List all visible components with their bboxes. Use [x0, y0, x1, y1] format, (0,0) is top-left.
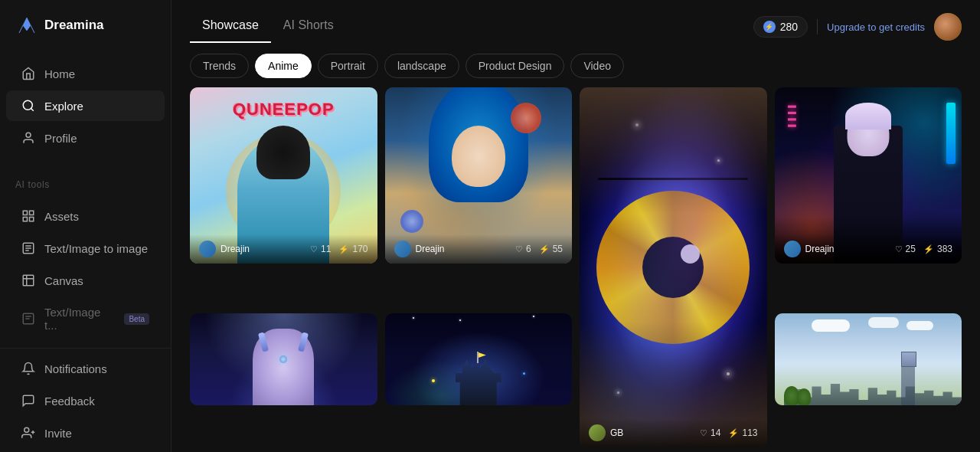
- item-username-cyberpunk: Dreajin: [805, 244, 835, 254]
- sidebar-item-assets-label: Assets: [44, 210, 79, 223]
- sidebar-item-invite-label: Invite: [44, 427, 72, 440]
- avatar-inner: [934, 13, 962, 41]
- credits-amount: 280: [780, 21, 798, 33]
- item-stats-quneepop: ♡ 11 ⚡ 170: [310, 244, 368, 254]
- logo[interactable]: Dreamina: [0, 0, 171, 51]
- tab-ai-shorts[interactable]: AI Shorts: [271, 11, 346, 43]
- item-user-eye: GB: [589, 424, 623, 441]
- credits-badge: ⚡ 280: [753, 16, 808, 38]
- credits-icon: ⚡: [763, 21, 776, 33]
- beta-badge: Beta: [124, 313, 149, 325]
- lightning-icon-cyberpunk: ⚡: [923, 244, 934, 254]
- sidebar-item-text-image-label: Text/Image to image: [44, 242, 148, 255]
- header-right: ⚡ 280 Upgrade to get credits: [753, 13, 962, 41]
- text-image-icon: [21, 241, 35, 255]
- item-username-bluehair: Dreajin: [416, 244, 445, 254]
- filter-video[interactable]: Video: [570, 54, 624, 78]
- notifications-icon: [21, 362, 35, 375]
- item-stats-eye: ♡ 14 ⚡ 113: [700, 427, 757, 438]
- stat-downloads-quneepop: ⚡ 170: [338, 244, 368, 254]
- item-avatar-bluehair: [394, 241, 411, 257]
- canvas-icon: [21, 273, 35, 287]
- text-image-beta-icon: [21, 312, 35, 326]
- downloads-count-quneepop: 170: [352, 244, 368, 254]
- filter-product-design[interactable]: Product Design: [466, 54, 565, 78]
- heart-icon-cyberpunk: ♡: [895, 244, 903, 254]
- svg-rect-4: [23, 211, 27, 215]
- nav-section: Home Explore Profile: [0, 51, 171, 161]
- sidebar-item-notifications[interactable]: Notifications: [6, 353, 165, 384]
- stat-likes-bluehair: ♡ 6: [515, 244, 531, 254]
- sidebar-item-feedback[interactable]: Feedback: [6, 385, 165, 416]
- filter-anime[interactable]: Anime: [255, 54, 312, 78]
- filter-trends[interactable]: Trends: [190, 54, 249, 78]
- grid-item-bluehair[interactable]: Dreajin ♡ 6 ⚡ 55: [385, 87, 573, 264]
- lightning-icon-eye: ⚡: [728, 428, 739, 438]
- sidebar-item-canvas-label: Canvas: [44, 274, 83, 287]
- item-stats-bluehair: ♡ 6 ⚡ 55: [515, 244, 563, 254]
- ai-tools-label: AI tools: [0, 173, 171, 193]
- sidebar-bottom: Notifications Feedback Invite: [0, 348, 171, 452]
- item-footer-bluehair: Dreajin ♡ 6 ⚡ 55: [385, 234, 573, 264]
- image-grid: QUNEEPOP Dreajin ♡ 11: [190, 87, 962, 447]
- grid-item-quneepop[interactable]: QUNEEPOP Dreajin ♡ 11: [190, 87, 377, 264]
- item-user-cyberpunk: Dreajin: [784, 241, 835, 257]
- item-user-bluehair: Dreajin: [394, 241, 445, 257]
- grid-item-eye[interactable]: GB ♡ 14 ⚡ 113: [580, 87, 767, 447]
- stat-likes-quneepop: ♡ 11: [310, 244, 331, 254]
- sidebar-item-profile[interactable]: Profile: [6, 123, 165, 153]
- filter-portrait[interactable]: Portrait: [318, 54, 378, 78]
- logo-text: Dreamina: [44, 18, 103, 33]
- item-avatar-eye: [589, 424, 606, 441]
- grid-item-castle[interactable]: [385, 313, 573, 405]
- invite-icon: [21, 426, 35, 440]
- grid-container: QUNEEPOP Dreajin ♡ 11: [172, 87, 980, 452]
- stat-downloads-bluehair: ⚡ 55: [539, 244, 563, 254]
- sidebar-item-text-image-beta[interactable]: Text/Image t... Beta: [6, 297, 165, 340]
- likes-count-bluehair: 6: [526, 244, 531, 254]
- upgrade-link[interactable]: Upgrade to get credits: [827, 21, 925, 33]
- grid-item-london[interactable]: [775, 313, 962, 405]
- item-footer-eye: GB ♡ 14 ⚡ 113: [580, 418, 767, 447]
- downloads-count-bluehair: 55: [553, 244, 563, 254]
- svg-rect-6: [23, 218, 27, 221]
- svg-rect-5: [30, 211, 34, 215]
- item-stats-cyberpunk: ♡ 25 ⚡ 383: [895, 244, 952, 254]
- likes-count-quneepop: 11: [321, 244, 331, 254]
- grid-item-cyberpunk[interactable]: ▌▌▌▌ Dreajin ♡ 25 ⚡: [775, 87, 962, 264]
- svg-point-1: [23, 100, 32, 110]
- grid-item-fantasy[interactable]: [190, 313, 377, 405]
- sidebar-item-text-image[interactable]: Text/Image to image: [6, 233, 165, 264]
- stat-likes-cyberpunk: ♡ 25: [895, 244, 916, 254]
- sidebar-item-explore-label: Explore: [44, 100, 83, 113]
- sidebar-item-assets[interactable]: Assets: [6, 201, 165, 231]
- filter-landscape[interactable]: landscape: [384, 54, 459, 78]
- stat-downloads-cyberpunk: ⚡ 383: [923, 244, 952, 254]
- avatar[interactable]: [934, 13, 962, 41]
- svg-point-18: [24, 427, 29, 432]
- svg-line-2: [31, 108, 33, 110]
- feedback-icon: [21, 394, 35, 408]
- stat-likes-eye: ♡ 14: [700, 427, 720, 438]
- lightning-icon-bluehair: ⚡: [539, 244, 550, 254]
- logo-icon: [15, 14, 38, 37]
- svg-marker-0: [19, 18, 34, 33]
- sidebar-item-text-image-beta-label: Text/Image t...: [44, 306, 110, 332]
- svg-rect-7: [30, 218, 34, 221]
- item-footer-cyberpunk: Dreajin ♡ 25 ⚡ 383: [775, 234, 962, 264]
- sidebar: Dreamina Home Explore Profile AI tools: [0, 0, 172, 452]
- sidebar-item-notifications-label: Notifications: [44, 362, 107, 375]
- sidebar-item-feedback-label: Feedback: [44, 395, 95, 408]
- header: Showcase AI Shorts ⚡ 280 Upgrade to get …: [172, 0, 980, 43]
- sidebar-item-profile-label: Profile: [44, 132, 77, 145]
- tab-showcase[interactable]: Showcase: [190, 11, 271, 43]
- sidebar-item-invite[interactable]: Invite: [6, 418, 165, 448]
- tools-section: Assets Text/Image to image Canvas: [0, 193, 171, 348]
- sidebar-item-explore[interactable]: Explore: [6, 90, 165, 121]
- likes-count-cyberpunk: 25: [906, 244, 916, 254]
- sidebar-item-home[interactable]: Home: [6, 58, 165, 89]
- heart-icon-quneepop: ♡: [310, 244, 318, 254]
- main-content: Showcase AI Shorts ⚡ 280 Upgrade to get …: [172, 0, 980, 452]
- home-icon: [21, 67, 35, 80]
- sidebar-item-canvas[interactable]: Canvas: [6, 265, 165, 296]
